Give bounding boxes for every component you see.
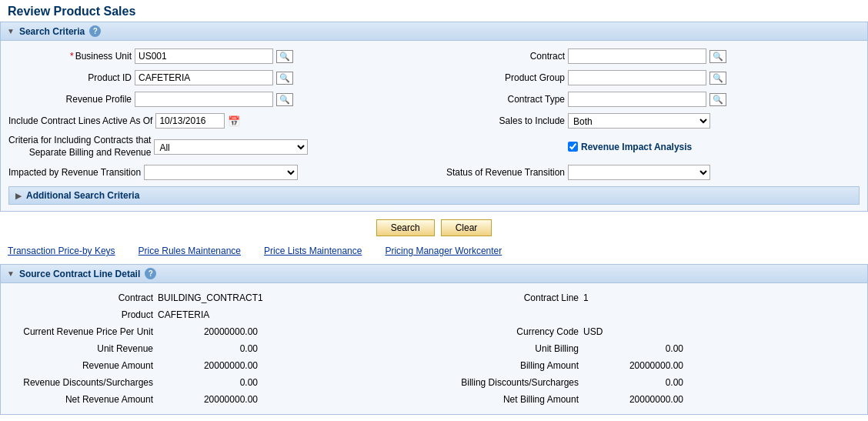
product-id-input[interactable] [135,70,273,85]
revenue-profile-search-icon[interactable]: 🔍 [276,93,293,106]
business-unit-row: Business Unit 🔍 [8,47,426,65]
net-billing-label: Net Billing Amount [437,394,583,405]
contract-label: Contract [442,51,565,62]
billing-amount-label: Billing Amount [437,360,583,371]
include-contract-date[interactable] [155,113,225,129]
rev-discount-value: 0.00 [158,377,258,388]
contract-type-label: Contract Type [442,94,565,105]
source-detail-section: ▼ Source Contract Line Detail ? Contract… [0,264,868,415]
form-grid: Business Unit 🔍 Contract 🔍 Product ID 🔍 [8,47,860,182]
revenue-impact-row: Revenue Impact Analysis [442,133,860,160]
criteria-label: Criteria for Including Contracts that Se… [8,135,151,159]
current-rev-price-value: 20000000.00 [158,326,258,337]
sales-to-include-select[interactable]: Both Revenue Billing [568,113,710,129]
source-row-net: Net Revenue Amount 20000000.00 Net Billi… [8,391,860,408]
revenue-amount-label: Revenue Amount [12,360,158,371]
criteria-row: Criteria for Including Contracts that Se… [8,133,426,160]
search-criteria-header[interactable]: ▼ Search Criteria ? [0,22,868,41]
additional-section: ▶ Additional Search Criteria [8,186,860,205]
source-row-discounts: Revenue Discounts/Surcharges 0.00 Billin… [8,374,860,391]
business-unit-search-icon[interactable]: 🔍 [276,50,293,63]
currency-code-label: Currency Code [437,326,583,337]
contract-detail-value: BUILDING_CONTRACT1 [158,292,263,303]
search-criteria-section: ▼ Search Criteria ? Business Unit 🔍 Cont… [0,22,868,212]
source-help-icon[interactable]: ? [145,268,156,279]
sales-to-include-label: Sales to Include [442,115,565,126]
search-criteria-body: Business Unit 🔍 Contract 🔍 Product ID 🔍 [0,41,868,212]
contract-detail-label: Contract [12,292,158,303]
product-id-label: Product ID [8,72,132,83]
action-buttons-row: Search Clear [0,212,868,241]
contract-type-row: Contract Type 🔍 [442,90,860,109]
source-row-contract: Contract BUILDING_CONTRACT1 Contract Lin… [8,289,860,306]
revenue-profile-label: Revenue Profile [8,94,132,105]
nav-links: Transaction Price-by Keys Price Rules Ma… [0,241,868,261]
additional-criteria-label: Additional Search Criteria [26,190,139,201]
net-revenue-label: Net Revenue Amount [12,394,158,405]
contract-row: Contract 🔍 [442,47,860,65]
impacted-by-row: Impacted by Revenue Transition [8,163,426,182]
revenue-impact-text: Revenue Impact Analysis [581,142,692,152]
include-contract-row: Include Contract Lines Active As Of 📅 [8,112,426,130]
revenue-impact-checkbox[interactable] [568,142,578,152]
source-row-amounts: Revenue Amount 20000000.00 Billing Amoun… [8,357,860,374]
billing-amount-value: 20000000.00 [583,360,683,371]
pricing-manager-link[interactable]: Pricing Manager Workcenter [385,246,502,256]
contract-search-icon[interactable]: 🔍 [709,50,726,63]
unit-billing-label: Unit Billing [437,343,583,354]
collapse-triangle-icon: ▼ [7,27,15,35]
product-id-row: Product ID 🔍 [8,68,426,87]
revenue-amount-value: 20000000.00 [158,360,258,371]
impacted-by-select[interactable] [144,165,298,180]
net-billing-value: 20000000.00 [583,394,683,405]
bill-discount-value: 0.00 [583,377,683,388]
current-rev-price-label: Current Revenue Price Per Unit [12,326,158,337]
product-group-search-icon[interactable]: 🔍 [709,72,726,85]
rev-discount-label: Revenue Discounts/Surcharges [12,377,158,388]
business-unit-input[interactable] [135,48,273,64]
contract-type-search-icon[interactable]: 🔍 [709,93,726,106]
price-rules-link[interactable]: Price Rules Maintenance [139,246,241,256]
unit-billing-value: 0.00 [583,343,683,354]
source-detail-header[interactable]: ▼ Source Contract Line Detail ? [0,264,868,283]
revenue-impact-label[interactable]: Revenue Impact Analysis [568,142,692,152]
price-lists-link[interactable]: Price Lists Maintenance [264,246,362,256]
impacted-by-label: Impacted by Revenue Transition [8,167,141,178]
source-collapse-triangle-icon: ▼ [7,269,15,278]
status-revenue-label: Status of Revenue Transition [442,167,565,178]
calendar-icon[interactable]: 📅 [228,115,240,127]
unit-revenue-label: Unit Revenue [12,343,158,354]
help-icon[interactable]: ? [89,25,101,37]
status-revenue-select[interactable] [568,165,710,180]
unit-revenue-value: 0.00 [158,343,258,354]
source-row-rev-price: Current Revenue Price Per Unit 20000000.… [8,323,860,340]
source-detail-body: Contract BUILDING_CONTRACT1 Contract Lin… [0,283,868,415]
search-criteria-label: Search Criteria [19,26,85,37]
additional-criteria-header[interactable]: ▶ Additional Search Criteria [8,186,860,205]
clear-button[interactable]: Clear [441,219,492,236]
include-contract-label: Include Contract Lines Active As Of [8,115,152,126]
product-group-input[interactable] [568,70,706,85]
currency-code-value: USD [583,326,660,337]
product-group-label: Product Group [442,72,565,83]
product-detail-label: Product [12,309,158,320]
source-detail-label: Source Contract Line Detail [19,269,140,279]
revenue-profile-row: Revenue Profile 🔍 [8,90,426,109]
product-group-row: Product Group 🔍 [442,68,860,87]
contract-line-value: 1 [583,292,660,303]
net-revenue-value: 20000000.00 [158,394,258,405]
contract-line-label: Contract Line [437,292,583,303]
contract-type-input[interactable] [568,92,706,107]
product-id-search-icon[interactable]: 🔍 [276,72,293,85]
transaction-price-link[interactable]: Transaction Price-by Keys [8,246,115,256]
revenue-profile-input[interactable] [135,92,273,107]
business-unit-label: Business Unit [8,51,132,62]
bill-discount-label: Billing Discounts/Surcharges [437,377,583,388]
search-button[interactable]: Search [376,219,435,236]
source-row-product: Product CAFETERIA [8,306,860,323]
contract-input[interactable] [568,48,706,64]
criteria-select[interactable]: All Yes No [154,139,308,155]
source-row-unit: Unit Revenue 0.00 Unit Billing 0.00 [8,340,860,357]
expand-triangle-icon: ▶ [15,192,22,200]
status-revenue-row: Status of Revenue Transition [442,163,860,182]
